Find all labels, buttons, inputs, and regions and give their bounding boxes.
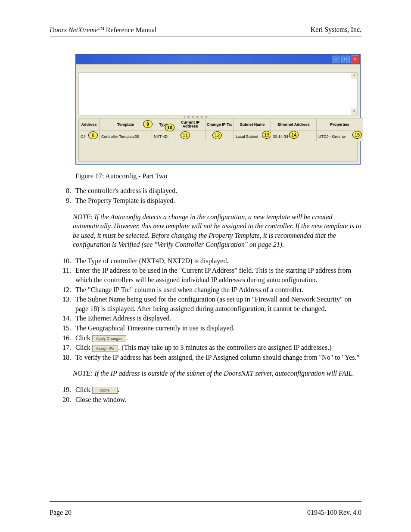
step-13: The Subnet Name being used for the confi… xyxy=(73,295,361,313)
step-16: Click Apply Changes. xyxy=(73,333,361,343)
cell-template: Controller Template39 xyxy=(100,131,152,142)
header-suffix: Reference Manual xyxy=(104,26,157,34)
close-button[interactable]: × xyxy=(351,56,359,63)
col-subnet[interactable]: Subnet Name xyxy=(234,118,271,131)
trademark: TM xyxy=(98,26,104,31)
header-divider xyxy=(50,37,361,37)
note-1: NOTE: If the Autoconfig detects a change… xyxy=(73,212,361,249)
step-19: Click Done. xyxy=(73,385,361,395)
upper-pane: ▲ ▼ xyxy=(78,72,358,115)
step-8: The controller's address is displayed. xyxy=(73,186,361,196)
step-18: To verify the IP address has been assign… xyxy=(73,353,361,362)
done-button[interactable]: Done xyxy=(92,387,118,394)
page-number: Page 20 xyxy=(50,509,72,516)
step-20: Close the window. xyxy=(73,395,361,404)
step-12: The "Change IP To:" column is used when … xyxy=(73,285,361,295)
step-15: The Geographical Timezone currently in u… xyxy=(73,324,361,333)
maximize-button[interactable]: □ xyxy=(341,56,350,63)
steps-list-b: The Type of controller (NXT4D, NXT2D) is… xyxy=(73,256,361,362)
header-row: Address Template 9 Type 10 Current IP Ad… xyxy=(79,118,363,131)
autoconfig-window: – □ × ▲ ▼ Address Template xyxy=(75,54,361,165)
col-address[interactable]: Address xyxy=(79,118,100,131)
page-footer: Page 20 01945-100 Rev. 4.0 xyxy=(50,509,361,516)
scroll-up-icon[interactable]: ▲ xyxy=(351,73,357,79)
manual-page: Doors NetXtremeTM Reference Manual Keri … xyxy=(0,0,411,532)
cell-ethernet: 00-14-34- -0C 14 xyxy=(271,131,317,142)
step-9: The Property Template is displayed. xyxy=(73,196,361,205)
cell-subnet: Local Subnet 13 xyxy=(234,131,271,142)
figure-caption: Figure 17: Autoconfig - Part Two xyxy=(75,172,361,180)
header-left: Doors NetXtremeTM Reference Manual xyxy=(50,26,157,34)
col-change-ip[interactable]: Change IP To: xyxy=(206,118,234,131)
controller-grid: Address Template 9 Type 10 Current IP Ad… xyxy=(78,118,363,141)
doc-id: 01945-100 Rev. 4.0 xyxy=(307,509,361,516)
cell-current-ip: 11 xyxy=(175,131,206,142)
cell-address: C4 8 xyxy=(79,131,100,142)
callout-10: 10 xyxy=(165,124,174,131)
titlebar: – □ × xyxy=(76,55,360,64)
callout-13: 13 xyxy=(262,131,271,139)
toolbar-strip xyxy=(76,64,360,71)
callout-12: 12 xyxy=(212,131,222,139)
col-ethernet[interactable]: Ethernet Address xyxy=(271,118,317,131)
col-template[interactable]: Template 9 xyxy=(100,118,152,131)
assign-ips-button[interactable]: Assign IPs xyxy=(92,345,118,352)
callout-8: 8 xyxy=(88,131,98,139)
page-header: Doors NetXtremeTM Reference Manual Keri … xyxy=(50,26,361,34)
steps-list-c: Click Done. Close the window. xyxy=(73,385,361,404)
apply-changes-button[interactable]: Apply Changes xyxy=(92,335,126,342)
cell-type: NXT-4D xyxy=(152,131,175,142)
step-14: The Ethernet Address is displayed. xyxy=(73,314,361,323)
splitter[interactable] xyxy=(78,115,358,118)
minimize-button[interactable]: – xyxy=(332,56,340,63)
scroll-down-icon[interactable]: ▼ xyxy=(351,109,357,115)
step-11: Enter the IP address to be used in the "… xyxy=(73,266,361,284)
table-row[interactable]: C4 8 Controller Template39 NXT-4D 11 12 xyxy=(79,131,363,142)
callout-14: 14 xyxy=(289,131,299,139)
callout-15: 15 xyxy=(352,131,362,139)
company-name: Keri Systems, Inc. xyxy=(311,26,361,34)
cell-change-ip: 12 xyxy=(206,131,234,142)
steps-list-a: The controller's address is displayed. T… xyxy=(73,186,361,205)
note-2: NOTE: If the IP address is outside of th… xyxy=(73,369,361,378)
product-name: Doors NetXtreme xyxy=(50,26,98,34)
footer-divider xyxy=(50,501,361,502)
step-17: Click Assign IPs. (This may take up to 3… xyxy=(73,343,361,352)
splitter-grip-icon xyxy=(184,116,210,118)
step-10: The Type of controller (NXT4D, NXT2D) is… xyxy=(73,256,361,266)
callout-9: 9 xyxy=(143,120,153,128)
callout-11: 11 xyxy=(181,131,190,139)
col-properties[interactable]: Properties xyxy=(317,118,363,131)
grid-footer xyxy=(78,141,358,162)
cell-properties: UTC0 - Greenw 15 xyxy=(317,131,363,142)
grid-area: Address Template 9 Type 10 Current IP Ad… xyxy=(78,118,358,162)
col-current-ip[interactable]: Current IP Address xyxy=(175,118,206,131)
col-type[interactable]: Type 10 xyxy=(152,118,175,131)
